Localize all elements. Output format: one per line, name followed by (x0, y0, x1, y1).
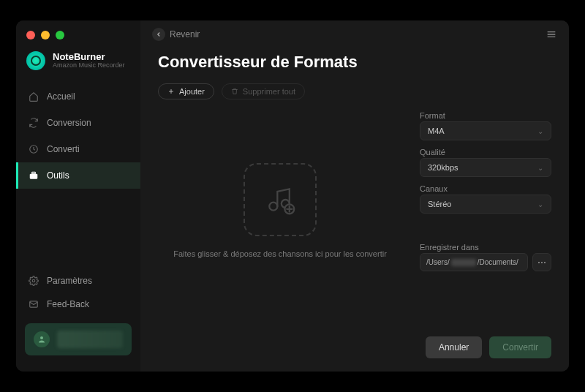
fullscreen-window-button[interactable] (56, 31, 64, 39)
sidebar-item-settings[interactable]: Paramètres (16, 269, 140, 293)
topbar: Revenir (140, 20, 569, 48)
user-card[interactable] (25, 323, 132, 355)
browse-path-button[interactable]: ⋯ (532, 253, 551, 271)
delete-all-button: Supprimer tout (222, 83, 305, 99)
channels-label: Canaux (420, 184, 551, 193)
sidebar-item-converted[interactable]: Converti (16, 136, 140, 162)
sidebar-item-label: Conversion (47, 118, 91, 128)
channels-value: Stéréo (428, 200, 451, 208)
brand-icon (26, 51, 45, 70)
sidebar-item-home[interactable]: Accueil (16, 83, 140, 110)
gear-icon (28, 275, 39, 287)
svg-rect-1 (30, 174, 38, 179)
sidebar-item-label: Paramètres (47, 276, 92, 286)
save-path-field[interactable]: /Users/ /Documents/ (420, 253, 528, 271)
quality-value: 320kbps (428, 163, 458, 172)
toolbar: Ajouter Supprimer tout (158, 83, 551, 99)
sidebar: NoteBurner Amazon Music Recorder Accueil… (16, 20, 140, 372)
sidebar-item-conversion[interactable]: Conversion (16, 110, 140, 136)
sidebar-item-label: Converti (47, 144, 80, 154)
path-redacted (451, 259, 476, 266)
user-avatar-icon (34, 331, 50, 347)
convert-button: Convertir (489, 336, 551, 358)
channels-select[interactable]: Stéréo ⌄ (420, 195, 551, 214)
mail-icon (28, 298, 39, 310)
workarea: Faites glisser & déposez des chansons ic… (158, 107, 551, 314)
user-name-redacted (57, 331, 123, 348)
nav: Accueil Conversion Converti Outils (16, 83, 140, 189)
chevron-down-icon: ⌄ (537, 127, 543, 135)
quality-select[interactable]: 320kbps ⌄ (420, 158, 551, 177)
brand: NoteBurner Amazon Music Recorder (16, 47, 140, 83)
arrow-left-icon (152, 28, 165, 41)
brand-subtitle: Amazon Music Recorder (53, 62, 125, 69)
drop-caption: Faites glisser & déposez des chansons ic… (173, 249, 387, 258)
format-value: M4A (428, 127, 445, 135)
brand-title: NoteBurner (53, 52, 125, 62)
sidebar-item-label: Accueil (47, 91, 75, 102)
format-label: Format (420, 111, 551, 120)
sidebar-item-feedback[interactable]: Feed-Back (16, 293, 140, 316)
path-suffix: /Documents/ (478, 258, 518, 266)
dropzone-area[interactable]: Faites glisser & déposez des chansons ic… (158, 107, 402, 314)
chevron-down-icon: ⌄ (537, 164, 543, 172)
page-title: Convertisseur de Formats (158, 53, 551, 72)
plus-icon (167, 88, 175, 95)
path-prefix: /Users/ (426, 258, 450, 266)
dropzone[interactable] (244, 163, 317, 236)
main: Revenir Convertisseur de Formats Ajouter (140, 20, 569, 372)
home-icon (28, 91, 39, 102)
trash-icon (231, 88, 238, 95)
save-label: Enregistrer dans (420, 243, 551, 252)
add-label: Ajouter (179, 87, 205, 96)
back-label: Revenir (170, 29, 200, 39)
music-add-icon (264, 184, 296, 216)
svg-rect-2 (32, 172, 36, 173)
delete-all-label: Supprimer tout (243, 87, 295, 96)
chevron-down-icon: ⌄ (537, 200, 543, 208)
svg-point-3 (32, 279, 35, 282)
clock-icon (28, 143, 39, 155)
window-controls (16, 20, 140, 47)
refresh-icon (28, 117, 39, 129)
format-select[interactable]: M4A ⌄ (420, 121, 551, 140)
sidebar-bottom: Paramètres Feed-Back (16, 269, 140, 372)
back-button[interactable]: Revenir (152, 28, 200, 41)
app-window: NoteBurner Amazon Music Recorder Accueil… (16, 20, 569, 372)
quality-label: Qualité (420, 148, 551, 157)
menu-button[interactable] (546, 29, 557, 40)
minimize-window-button[interactable] (41, 31, 50, 39)
close-window-button[interactable] (26, 31, 35, 39)
sidebar-item-tools[interactable]: Outils (16, 162, 140, 189)
svg-point-5 (40, 336, 43, 339)
footer: Annuler Convertir (140, 326, 569, 372)
sidebar-item-label: Feed-Back (47, 299, 89, 309)
sidebar-item-label: Outils (47, 170, 69, 181)
add-button[interactable]: Ajouter (158, 83, 214, 99)
svg-point-11 (269, 203, 277, 211)
cancel-button[interactable]: Annuler (426, 336, 482, 358)
options-panel: Format M4A ⌄ Qualité 320kbps ⌄ (420, 107, 551, 314)
toolbox-icon (28, 170, 39, 181)
content: Convertisseur de Formats Ajouter Supprim… (140, 48, 569, 326)
